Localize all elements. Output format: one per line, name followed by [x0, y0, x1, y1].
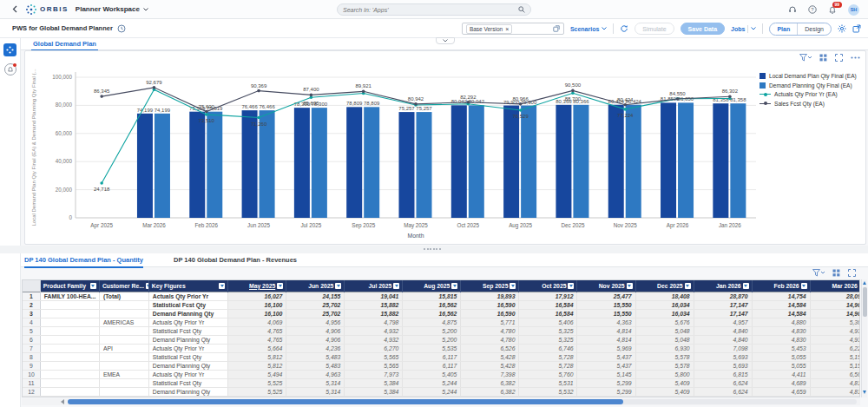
value-cell[interactable]: 5,405 — [403, 370, 461, 378]
value-cell[interactable]: 5,384 — [345, 387, 403, 396]
value-cell[interactable]: 14,584 — [752, 309, 810, 318]
legend-item[interactable]: Sales Fcst Qty (EA) — [760, 101, 862, 107]
row-number[interactable]: 2 — [23, 300, 40, 309]
product-family-cell[interactable] — [40, 300, 99, 309]
product-family-cell[interactable]: FAMILY 200-HOM... — [40, 396, 99, 397]
value-cell[interactable]: 14,903 — [810, 300, 860, 309]
row-number[interactable]: 7 — [23, 344, 40, 352]
value-cell[interactable]: 5,578 — [635, 361, 694, 370]
filter-icon[interactable] — [219, 283, 225, 289]
value-cell[interactable]: 4,236 — [286, 344, 345, 352]
simulate-button[interactable]: Simulate — [635, 23, 674, 35]
value-cell[interactable]: 15,550 — [577, 300, 635, 309]
value-cell[interactable]: 4,363 — [577, 318, 635, 326]
filter-icon[interactable] — [859, 283, 860, 289]
back-icon[interactable] — [12, 5, 18, 13]
filter-icon[interactable] — [451, 283, 457, 289]
column-header[interactable]: Customer Re... — [99, 280, 148, 292]
value-cell[interactable]: 5,384 — [345, 378, 403, 387]
product-family-cell[interactable] — [40, 361, 99, 370]
customer-cell[interactable] — [99, 300, 148, 309]
chart-point[interactable] — [153, 86, 156, 89]
value-cell[interactable]: 5,244 — [403, 378, 461, 387]
value-cell[interactable]: 19,893 — [461, 292, 519, 300]
chart-bar[interactable] — [312, 108, 327, 218]
value-cell[interactable]: 5,565 — [345, 352, 403, 361]
column-header[interactable]: Feb 2026 — [752, 280, 810, 292]
customer-cell[interactable]: (Total) — [99, 292, 148, 300]
chart-bar[interactable] — [661, 102, 676, 218]
value-cell[interactable] — [752, 396, 810, 397]
value-cell[interactable]: 5,728 — [519, 361, 577, 370]
chart-bar[interactable] — [451, 105, 467, 218]
value-cell[interactable]: 4,906 — [286, 335, 345, 344]
collapse-panel-button[interactable] — [436, 37, 455, 44]
chart-bar[interactable] — [260, 110, 275, 218]
value-cell[interactable]: 4,931 — [810, 335, 860, 344]
legend-item[interactable]: Actuals Qty Prior Yr (EA) — [760, 91, 862, 97]
value-cell[interactable]: 16,100 — [228, 309, 286, 318]
customer-cell[interactable] — [99, 378, 148, 387]
filter-icon[interactable] — [627, 283, 633, 289]
customer-cell[interactable]: EMEA — [99, 370, 148, 378]
row-number[interactable]: 11 — [23, 378, 40, 387]
row-number[interactable]: 10 — [23, 370, 40, 378]
row-number[interactable]: 9 — [23, 361, 40, 370]
value-cell[interactable]: 16,562 — [403, 300, 461, 309]
key-figure-cell[interactable]: Demand Planning Qty — [148, 335, 227, 344]
value-cell[interactable]: 6,746 — [519, 344, 577, 352]
grid-fullscreen-icon[interactable] — [848, 269, 856, 277]
value-cell[interactable]: 5,314 — [286, 378, 345, 387]
value-cell[interactable]: 4,830 — [752, 335, 810, 344]
chart-point[interactable] — [310, 94, 313, 97]
chart-bar[interactable] — [469, 105, 484, 218]
column-header[interactable]: Mar 2026 — [810, 280, 860, 292]
support-headset-icon[interactable] — [788, 5, 797, 14]
scroll-down-arrow[interactable] — [863, 391, 866, 394]
value-cell[interactable]: 28,870 — [694, 292, 752, 300]
value-cell[interactable]: 6,930 — [635, 344, 694, 352]
filter-icon[interactable] — [90, 283, 96, 289]
value-cell[interactable]: 5,664 — [228, 344, 286, 352]
help-icon[interactable]: ? — [808, 5, 817, 14]
value-cell[interactable]: 4,840 — [694, 335, 752, 344]
value-cell[interactable]: 16,034 — [635, 300, 694, 309]
row-number[interactable]: 1 — [23, 292, 40, 300]
value-cell[interactable]: 4,411 — [752, 370, 810, 378]
value-cell[interactable]: 25,702 — [286, 300, 345, 309]
customer-cell[interactable]: API — [99, 344, 148, 352]
value-cell[interactable]: 6,815 — [694, 370, 752, 378]
value-cell[interactable]: 5,055 — [752, 361, 810, 370]
value-cell[interactable]: 4,957 — [694, 318, 752, 326]
value-cell[interactable]: 4,906 — [286, 326, 345, 335]
row-number[interactable]: 4 — [23, 318, 40, 326]
value-cell[interactable]: 16,584 — [519, 300, 577, 309]
value-cell[interactable]: 19,041 — [345, 292, 403, 300]
column-header[interactable]: Oct 2025 — [519, 280, 577, 292]
design-tab[interactable]: Design — [797, 23, 831, 36]
value-cell[interactable]: 6,117 — [403, 352, 461, 361]
share-external-icon[interactable] — [852, 24, 861, 33]
value-cell[interactable]: 15,882 — [345, 309, 403, 318]
product-family-cell[interactable] — [40, 335, 99, 344]
value-cell[interactable]: 5,535 — [403, 344, 461, 352]
chart-point[interactable] — [676, 97, 680, 101]
value-cell[interactable]: 5,676 — [635, 318, 694, 326]
chart-bar[interactable] — [155, 114, 170, 218]
value-cell[interactable]: 5,200 — [403, 335, 461, 344]
value-cell[interactable]: 18,408 — [635, 292, 694, 300]
value-cell[interactable]: 5,812 — [228, 361, 286, 370]
chart-bar[interactable] — [137, 114, 153, 218]
version-selector[interactable]: Base Version × — [462, 23, 564, 35]
chart-bar[interactable] — [573, 105, 589, 218]
notifications-bell-icon[interactable]: 99 — [828, 5, 837, 15]
column-header[interactable]: Key Figures — [148, 280, 227, 292]
value-cell[interactable]: 4,880 — [752, 318, 810, 326]
column-header[interactable]: May 2025 — [228, 280, 286, 292]
column-header[interactable]: Product Family — [40, 280, 99, 292]
column-header[interactable]: Nov 2025 — [577, 280, 635, 292]
value-cell[interactable]: 5,406 — [519, 318, 577, 326]
value-cell[interactable] — [228, 396, 286, 397]
chart-filter-icon[interactable] — [799, 54, 812, 62]
chart-point[interactable] — [257, 89, 260, 93]
